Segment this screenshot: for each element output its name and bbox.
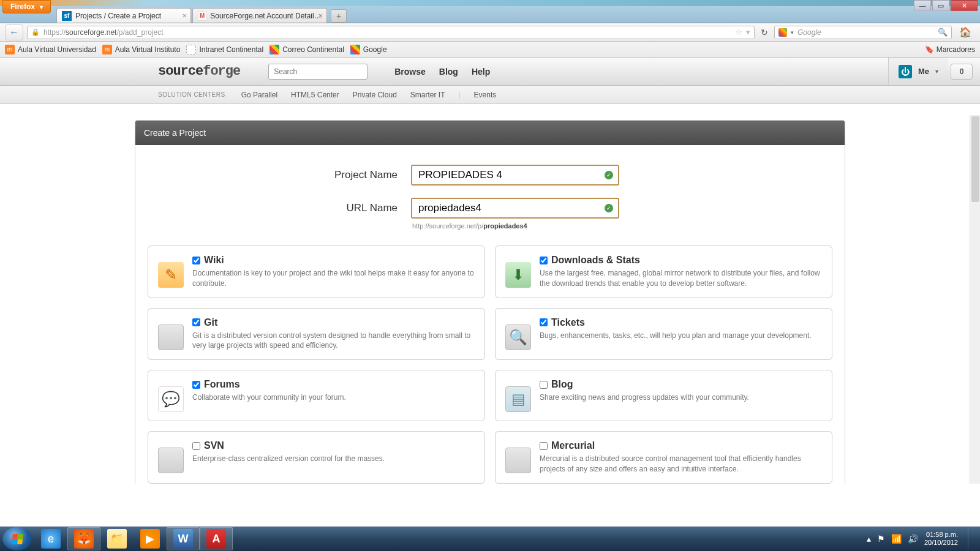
subnav-html5[interactable]: HTML5 Center xyxy=(291,91,339,99)
star-icon[interactable]: ☆ xyxy=(735,28,742,37)
tool-title: SVN xyxy=(204,440,224,451)
user-menu[interactable]: ⏻ Me ▾ xyxy=(888,58,948,85)
tool-card-mercurial[interactable]: MercurialMercurial is a distributed sour… xyxy=(495,431,832,484)
home-button[interactable]: 🏠 xyxy=(956,26,975,38)
tool-card-wiki[interactable]: ✎WikiDocumentation is key to your projec… xyxy=(148,246,485,298)
ie-icon: e xyxy=(41,529,61,549)
acrobat-icon: A xyxy=(206,529,226,549)
google-icon xyxy=(270,45,279,54)
word-icon: W xyxy=(173,529,193,549)
search-placeholder: Google xyxy=(797,28,821,37)
tool-description: Collaborate with your community in your … xyxy=(192,392,475,403)
tool-description: Git is a distributed version control sys… xyxy=(192,331,475,351)
tool-title: Git xyxy=(204,317,217,328)
scrollbar-thumb[interactable] xyxy=(971,116,979,202)
subnav-go-parallel[interactable]: Go Parallel xyxy=(241,91,277,99)
tool-checkbox-git[interactable] xyxy=(192,318,200,326)
bookmark-correo[interactable]: Correo Continental xyxy=(270,45,344,54)
page-icon xyxy=(186,45,196,54)
window-maximize-button[interactable]: ▭ xyxy=(932,0,949,11)
bookmark-google[interactable]: Google xyxy=(350,45,387,54)
nav-browse[interactable]: Browse xyxy=(394,67,426,77)
taskbar-explorer[interactable]: 📁 xyxy=(100,527,134,550)
tool-checkbox-tickets[interactable] xyxy=(540,318,548,326)
address-bar[interactable]: 🔒 https://sourceforge.net/p/add_project … xyxy=(27,26,755,39)
bookmarks-menu-button[interactable]: 🔖Marcadores xyxy=(925,45,975,54)
site-search[interactable] xyxy=(268,64,368,80)
tool-description: Documentation is key to your project and… xyxy=(192,268,475,289)
bookmark-aula-universidad[interactable]: mAula Virtual Universidad xyxy=(5,45,96,54)
tool-card-svn[interactable]: SVNEnterprise-class centralized version … xyxy=(148,431,485,484)
folder-icon: 📁 xyxy=(107,529,127,549)
tool-description: Share exciting news and progress updates… xyxy=(540,392,822,403)
subnav-events[interactable]: Events xyxy=(474,91,497,99)
tool-checkbox-wiki[interactable] xyxy=(192,257,200,264)
taskbar-word[interactable]: W xyxy=(167,527,200,550)
close-tab-icon[interactable]: × xyxy=(318,11,323,20)
valid-check-icon: ✓ xyxy=(605,204,613,212)
tool-description: Bugs, enhancements, tasks, etc., will he… xyxy=(540,331,822,341)
flag-icon[interactable]: ⚑ xyxy=(877,534,885,544)
chevron-down-icon: ▾ xyxy=(935,68,938,75)
back-button[interactable]: ← xyxy=(5,24,23,40)
site-search-input[interactable] xyxy=(274,67,362,76)
tool-card-blog[interactable]: ▤BlogShare exciting news and progress up… xyxy=(495,370,832,421)
search-icon[interactable]: 🔍 xyxy=(938,28,948,37)
nav-help[interactable]: Help xyxy=(472,67,490,77)
vertical-scrollbar[interactable] xyxy=(970,115,980,484)
tool-checkbox-downloads[interactable] xyxy=(540,257,548,264)
firefox-menu-button[interactable]: Firefox xyxy=(2,0,51,13)
bookmark-aula-instituto[interactable]: mAula Virtual Instituto xyxy=(102,45,181,54)
svn-icon xyxy=(158,448,184,473)
windows-logo-icon xyxy=(12,534,23,544)
browser-tab-1[interactable]: M SourceForge.net Account Details: ink..… xyxy=(192,8,327,23)
tool-checkbox-blog[interactable] xyxy=(540,381,548,389)
project-name-input[interactable] xyxy=(411,165,619,186)
new-tab-button[interactable]: + xyxy=(331,9,347,23)
tool-title: Blog xyxy=(551,379,573,390)
dropdown-icon[interactable]: ▾ xyxy=(746,28,750,37)
network-icon[interactable]: 📶 xyxy=(891,534,902,544)
tool-card-git[interactable]: GitGit is a distributed version control … xyxy=(148,308,485,361)
tool-description: Use the largest free, managed, global mi… xyxy=(540,268,822,289)
tool-card-tickets[interactable]: 🔍TicketsBugs, enhancements, tasks, etc.,… xyxy=(495,308,832,361)
taskbar-firefox[interactable]: 🦊 xyxy=(67,527,100,550)
taskbar-media-player[interactable]: ▶ xyxy=(134,527,167,550)
reload-button[interactable]: ↻ xyxy=(761,28,768,37)
subnav-smarter-it[interactable]: Smarter IT xyxy=(410,91,445,99)
power-icon: ⏻ xyxy=(899,65,912,78)
nav-blog[interactable]: Blog xyxy=(439,67,458,77)
system-clock[interactable]: 01:58 p.m. 20/10/2012 xyxy=(924,531,958,547)
bookmark-intranet[interactable]: Intranet Continental xyxy=(186,45,263,54)
window-close-button[interactable]: ✕ xyxy=(951,0,978,11)
lock-icon: 🔒 xyxy=(31,28,40,36)
panel-title: Create a Project xyxy=(135,121,845,145)
window-minimize-button[interactable]: — xyxy=(914,0,931,11)
url-text: https://sourceforge.net/p/add_project xyxy=(43,28,163,37)
close-tab-icon[interactable]: × xyxy=(182,11,187,20)
tool-card-downloads[interactable]: ⬇Downloads & StatsUse the largest free, … xyxy=(495,246,832,298)
taskbar-ie[interactable]: e xyxy=(34,527,67,550)
tool-checkbox-mercurial[interactable] xyxy=(540,442,548,450)
url-preview: http://sourceforge.net/p/propiedades4 xyxy=(412,222,845,230)
sourceforge-logo[interactable]: sourceforge xyxy=(158,64,240,79)
show-desktop-button[interactable] xyxy=(968,527,974,550)
taskbar-acrobat[interactable]: A xyxy=(200,527,233,550)
notification-count[interactable]: 0 xyxy=(951,64,973,80)
firefox-icon: 🦊 xyxy=(74,529,94,549)
url-name-label: URL Name xyxy=(135,202,411,214)
browser-tab-0[interactable]: sf Projects / Create a Project × xyxy=(56,8,191,23)
show-hidden-icons[interactable]: ▴ xyxy=(867,534,871,544)
subnav-private-cloud[interactable]: Private Cloud xyxy=(353,91,397,99)
url-name-input[interactable] xyxy=(411,198,619,219)
solution-centers-label: SOLUTION CENTERS xyxy=(158,91,225,98)
forums-icon: 💬 xyxy=(158,386,184,412)
tool-checkbox-svn[interactable] xyxy=(192,442,200,450)
tool-card-forums[interactable]: 💬ForumsCollaborate with your community i… xyxy=(148,370,485,421)
volume-icon[interactable]: 🔊 xyxy=(908,534,918,544)
tool-checkbox-forums[interactable] xyxy=(192,381,200,389)
downloads-icon: ⬇ xyxy=(505,262,531,288)
browser-search-bar[interactable]: ▾ Google 🔍 xyxy=(774,26,952,39)
chevron-down-icon[interactable]: ▾ xyxy=(791,29,794,36)
start-button[interactable] xyxy=(2,527,32,550)
